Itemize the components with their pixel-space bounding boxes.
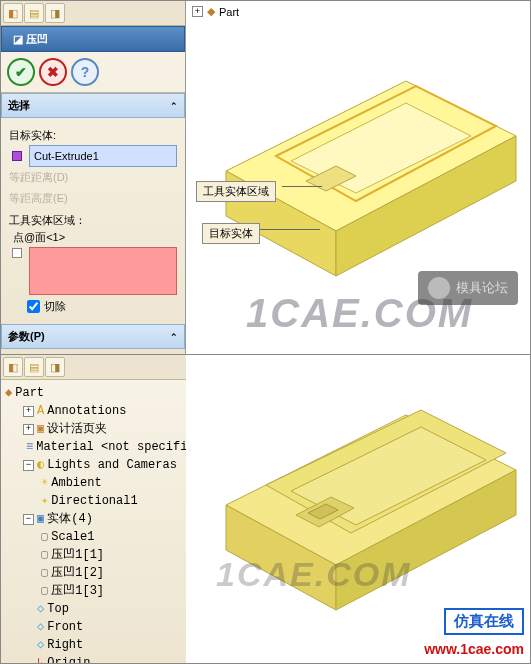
annotations-icon: A — [37, 402, 44, 420]
tree-front-plane[interactable]: ◇Front — [5, 618, 182, 636]
simulation-url: www.1cae.com — [424, 641, 524, 657]
directional-icon: ✦ — [41, 492, 48, 510]
tab-display-icon[interactable]: ◨ — [45, 3, 65, 23]
folder-icon: ▣ — [37, 420, 44, 438]
tree-material[interactable]: ≡Material <not specified> — [5, 438, 182, 456]
tree-indent2[interactable]: ▢压凹1[2] — [5, 564, 182, 582]
expander-icon[interactable]: − — [23, 514, 34, 525]
tree-lights[interactable]: −◐Lights and Cameras — [5, 456, 182, 474]
part-icon: ◆ — [207, 5, 215, 18]
tool-body-region-list[interactable] — [29, 247, 177, 295]
tree-ambient[interactable]: ☀Ambient — [5, 474, 182, 492]
feature-title: 压凹 — [26, 32, 48, 47]
viewport-top[interactable]: + ◆ Part 工具实体区域 目标实体 1CAE.COM 模具论坛 — [186, 1, 530, 354]
tree-indent1[interactable]: ▢压凹1[1] — [5, 546, 182, 564]
tree-top-plane[interactable]: ◇Top — [5, 600, 182, 618]
plane-icon: ◇ — [37, 618, 44, 636]
params-section-header[interactable]: 参数(P) ⌃ — [1, 324, 185, 349]
tree-origin[interactable]: ↳Origin — [5, 654, 182, 663]
lights-icon: ◐ — [37, 456, 44, 474]
target-body-list[interactable]: Cut-Extrude1 — [29, 145, 177, 167]
tree-root[interactable]: ◆Part — [5, 384, 182, 402]
model-top — [196, 41, 526, 291]
cut-checkbox-label: 切除 — [44, 299, 66, 314]
body-icon: ▢ — [41, 564, 48, 582]
viewport-bottom[interactable]: 1CAE.COM 仿真在线 www.1cae.com — [186, 355, 530, 663]
origin-icon: ↳ — [37, 654, 44, 663]
tool-body-face-item: 点@面<1> — [9, 230, 177, 245]
plane-icon: ◇ — [37, 600, 44, 618]
tree-annotations[interactable]: +AAnnotations — [5, 402, 182, 420]
tool-body-region-label: 工具实体区域： — [9, 213, 177, 228]
offset-height-disabled: 等距高度(E) — [9, 188, 177, 209]
body-icon: ▢ — [41, 582, 48, 600]
material-icon: ≡ — [26, 438, 33, 456]
part-icon: ◆ — [5, 384, 12, 402]
tab-feature-icon[interactable]: ◧ — [3, 357, 23, 377]
tool-body-icon — [9, 245, 25, 261]
viewport-tree-root: Part — [219, 6, 239, 18]
selection-section-header[interactable]: 选择 ⌃ — [1, 93, 185, 118]
tab-display-icon[interactable]: ◨ — [45, 357, 65, 377]
watermark-brand: 模具论坛 — [418, 271, 518, 305]
simulation-online-badge: 仿真在线 — [444, 608, 524, 635]
indent-feature-icon: ◪ — [10, 31, 26, 47]
tree-design-binder[interactable]: +▣设计活页夹 — [5, 420, 182, 438]
expander-icon[interactable]: + — [23, 406, 34, 417]
bottom-tab-bar: ◧ ▤ ◨ — [1, 355, 186, 380]
solids-icon: ▣ — [37, 510, 44, 528]
plane-icon: ◇ — [37, 636, 44, 654]
tree-indent3[interactable]: ▢压凹1[3] — [5, 582, 182, 600]
cut-checkbox[interactable] — [27, 300, 40, 313]
feature-tree[interactable]: ◆Part +AAnnotations +▣设计活页夹 ≡Material <n… — [1, 380, 186, 663]
feature-header: ◪ 压凹 — [1, 26, 185, 52]
viewport-tree-expander[interactable]: + — [192, 6, 203, 17]
tree-right-plane[interactable]: ◇Right — [5, 636, 182, 654]
top-tab-bar: ◧ ▤ ◨ — [1, 1, 185, 26]
tree-directional[interactable]: ✦Directional1 — [5, 492, 182, 510]
tab-config-icon[interactable]: ▤ — [24, 357, 44, 377]
tab-feature-icon[interactable]: ◧ — [3, 3, 23, 23]
wechat-icon — [428, 277, 450, 299]
expander-icon[interactable]: − — [23, 460, 34, 471]
collapse-icon[interactable]: ⌃ — [170, 101, 178, 111]
callout-target-body: 目标实体 — [202, 223, 260, 244]
target-body-label: 目标实体: — [9, 128, 177, 143]
tab-config-icon[interactable]: ▤ — [24, 3, 44, 23]
action-row: ✔ ✖ ? — [1, 52, 185, 93]
body-icon: ▢ — [41, 546, 48, 564]
body-icon: ▢ — [41, 528, 48, 546]
tree-solids[interactable]: −▣实体(4) — [5, 510, 182, 528]
ok-button[interactable]: ✔ — [7, 58, 35, 86]
offset-distance-disabled: 等距距离(D) — [9, 167, 177, 188]
tree-scale1[interactable]: ▢Scale1 — [5, 528, 182, 546]
callout-tool-region: 工具实体区域 — [196, 181, 276, 202]
cancel-button[interactable]: ✖ — [39, 58, 67, 86]
watermark-1cae: 1CAE.COM — [216, 555, 411, 594]
collapse-icon[interactable]: ⌃ — [170, 332, 178, 342]
target-body-icon — [9, 148, 25, 164]
expander-icon[interactable]: + — [23, 424, 34, 435]
ambient-icon: ☀ — [41, 474, 48, 492]
help-button[interactable]: ? — [71, 58, 99, 86]
